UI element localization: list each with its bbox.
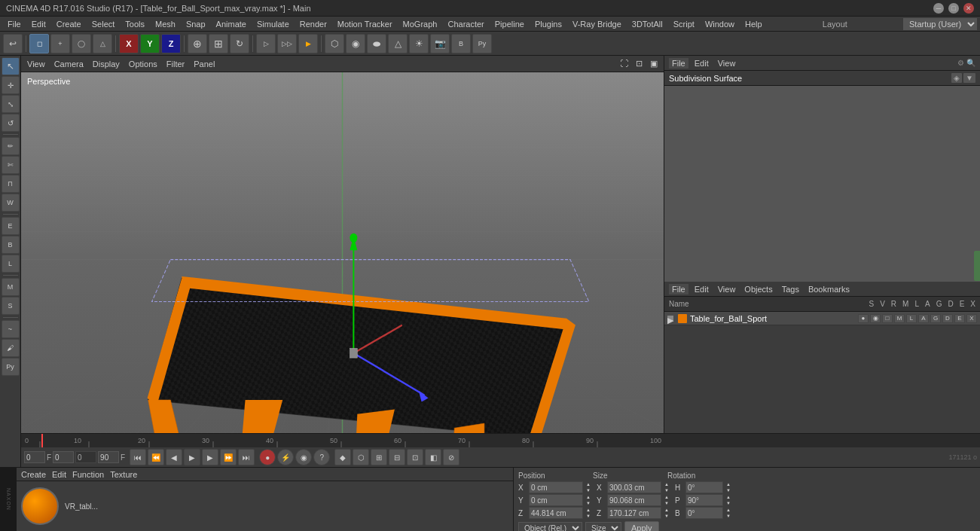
vp-icon-fullscreen[interactable]: ⛶ <box>617 58 631 69</box>
obj-extra-icon[interactable]: X <box>966 314 977 323</box>
right-tab-view[interactable]: View <box>715 58 739 69</box>
sphere-btn[interactable]: ◉ <box>346 34 365 53</box>
obj-anim-icon[interactable]: A <box>918 314 929 323</box>
obj-vis-icon[interactable]: ● <box>858 314 869 323</box>
record-button[interactable]: ● <box>259 449 276 465</box>
menu-vray[interactable]: V-Ray Bridge <box>568 19 626 29</box>
obj-tab-edit[interactable]: Edit <box>691 284 712 294</box>
vp-menu-camera[interactable]: Camera <box>51 59 87 69</box>
edge-mode-button[interactable]: △ <box>93 34 112 53</box>
menu-file[interactable]: File <box>3 19 26 29</box>
menu-create[interactable]: Create <box>52 19 86 29</box>
object-row[interactable]: ▶ Table_for_Ball_Sport ● ◉ □ M L A G D E… <box>664 312 980 325</box>
keyframe-icon-6[interactable]: ◧ <box>425 449 441 465</box>
autokey-button[interactable]: ⚡ <box>277 449 294 465</box>
obj-lock-icon[interactable]: □ <box>882 314 893 323</box>
max-frame-field[interactable] <box>98 451 119 463</box>
polygon-mode-button[interactable]: ◯ <box>72 34 91 53</box>
help-anim-button[interactable]: ? <box>313 449 330 465</box>
y-rot-arrows[interactable]: ▲▼ <box>726 494 731 506</box>
obj-tab-tags[interactable]: Tags <box>779 284 802 294</box>
render-button[interactable]: ▶ <box>298 34 318 53</box>
select-tool[interactable]: ↖ <box>2 57 20 75</box>
light-btn[interactable]: ☀ <box>409 34 429 53</box>
menu-character[interactable]: Character <box>443 19 488 29</box>
y-size-input[interactable] <box>607 494 661 506</box>
menu-edit[interactable]: Edit <box>27 19 50 29</box>
y-pos-input[interactable] <box>529 494 583 506</box>
menu-motion-tracker[interactable]: Motion Tracker <box>333 19 397 29</box>
mat-menu-texture[interactable]: Texture <box>110 470 137 479</box>
obj-tab-bookmarks[interactable]: Bookmarks <box>805 284 853 294</box>
vp-menu-view[interactable]: View <box>24 59 48 69</box>
keyframe-icon-5[interactable]: ⊡ <box>407 449 423 465</box>
menu-script[interactable]: Script <box>669 19 699 29</box>
z-pos-arrows[interactable]: ▲▼ <box>586 507 591 519</box>
z-rot-arrows[interactable]: ▲▼ <box>726 507 731 519</box>
python-btn[interactable]: Py <box>472 34 492 53</box>
material-swatch[interactable] <box>21 487 59 525</box>
menu-window[interactable]: Window <box>701 19 739 29</box>
next-key-button[interactable]: ⏩ <box>220 449 237 465</box>
x-size-input[interactable] <box>607 481 661 493</box>
prev-frame-button[interactable]: ◀ <box>166 449 182 465</box>
motion-record-button[interactable]: ◉ <box>295 449 312 465</box>
close-button[interactable]: ✕ <box>963 3 974 14</box>
menu-plugins[interactable]: Plugins <box>530 19 566 29</box>
bridge-tool[interactable]: ⊓ <box>2 175 20 193</box>
z-rot-input[interactable] <box>685 507 723 519</box>
keyframe-icon-7[interactable]: ⊘ <box>443 449 459 465</box>
sidebar-collapse-handle[interactable] <box>974 251 980 281</box>
y-size-arrows[interactable]: ▲▼ <box>664 494 669 506</box>
menu-3dtotall[interactable]: 3DTotAll <box>627 19 667 29</box>
texture-mode-button[interactable]: + <box>50 34 70 53</box>
y-rot-input[interactable] <box>685 494 723 506</box>
menu-simulate[interactable]: Simulate <box>252 19 294 29</box>
scale-tool[interactable]: ⤡ <box>2 95 20 113</box>
vp-menu-options[interactable]: Options <box>126 59 160 69</box>
weld-tool[interactable]: W <box>2 194 20 212</box>
x-rot-input[interactable] <box>685 481 723 493</box>
active-obj-icon-1[interactable]: ◈ <box>951 73 962 83</box>
knife-tool[interactable]: ✄ <box>2 156 20 174</box>
panel-search-icon[interactable]: 🔍 <box>966 59 975 67</box>
keyframe-icon-2[interactable]: ⬡ <box>353 449 369 465</box>
render-region-button[interactable]: ▷▷ <box>277 34 297 53</box>
rotate-tool-button[interactable]: ↻ <box>230 34 249 53</box>
undo-button[interactable]: ↩ <box>3 34 23 53</box>
menu-snap[interactable]: Snap <box>182 19 210 29</box>
x-pos-arrows[interactable]: ▲▼ <box>586 481 591 493</box>
mat-menu-create[interactable]: Create <box>21 470 46 479</box>
right-tab-file[interactable]: File <box>669 58 688 69</box>
active-obj-icon-2[interactable]: ▼ <box>963 73 975 83</box>
paint-tool[interactable]: 🖌 <box>2 339 20 357</box>
obj-effect-icon[interactable]: E <box>954 314 965 323</box>
vp-menu-panel[interactable]: Panel <box>191 59 218 69</box>
extrude-tool[interactable]: E <box>2 217 20 235</box>
menu-animate[interactable]: Animate <box>212 19 251 29</box>
move-tool-button[interactable]: ⊕ <box>188 34 207 53</box>
z-axis-button[interactable]: Z <box>161 34 181 53</box>
obj-layer-icon[interactable]: L <box>906 314 917 323</box>
model-mode-button[interactable]: ◻ <box>29 34 49 53</box>
next-frame-button[interactable]: ▶ <box>202 449 218 465</box>
slide-tool[interactable]: S <box>2 297 20 315</box>
menu-select[interactable]: Select <box>87 19 120 29</box>
spline-tool[interactable]: ~ <box>2 320 20 338</box>
rotate-tool[interactable]: ↺ <box>2 114 20 132</box>
move-tool[interactable]: ✛ <box>2 76 20 94</box>
python-script-tool[interactable]: Py <box>2 358 20 376</box>
render-small-button[interactable]: ▷ <box>256 34 276 53</box>
panel-settings-icon[interactable]: ⚙ <box>957 59 964 67</box>
menu-render[interactable]: Render <box>295 19 331 29</box>
poly-pen-tool[interactable]: ✏ <box>2 137 20 155</box>
expand-arrow[interactable]: ▶ <box>667 316 673 322</box>
obj-motion-icon[interactable]: M <box>894 314 905 323</box>
x-pos-input[interactable] <box>529 481 583 493</box>
object-rel-dropdown[interactable]: Object (Rel.) <box>518 522 582 532</box>
keyframe-icon-3[interactable]: ⊞ <box>371 449 387 465</box>
menu-mesh[interactable]: Mesh <box>151 19 180 29</box>
y-axis-button[interactable]: Y <box>140 34 160 53</box>
size-dropdown[interactable]: Size <box>585 522 621 532</box>
camera-btn[interactable]: 📷 <box>430 34 450 53</box>
